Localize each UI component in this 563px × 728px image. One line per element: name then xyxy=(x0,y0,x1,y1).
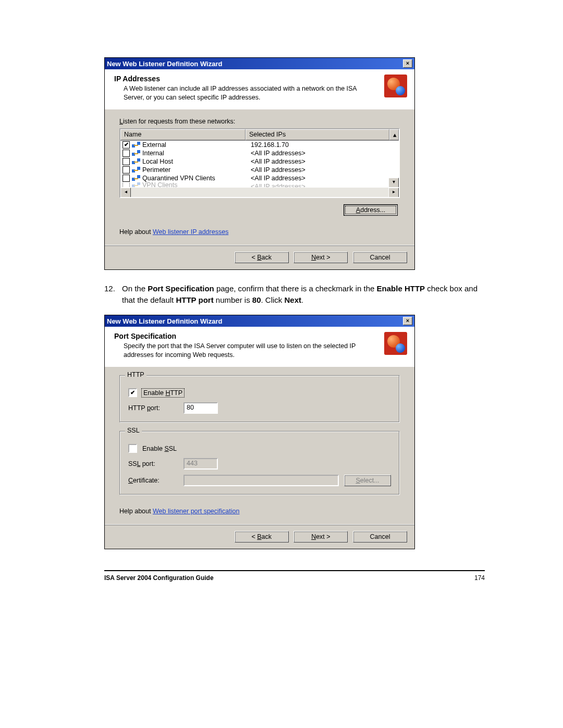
network-checkbox[interactable] xyxy=(123,158,130,165)
select-certificate-button: Select... xyxy=(344,475,391,486)
networks-listbox[interactable]: Name Selected IPs ▴ ✔External192.168.1.7… xyxy=(119,128,400,198)
address-button[interactable]: Address... xyxy=(344,204,398,216)
help-line: Help about Web listener port specificati… xyxy=(119,508,400,515)
network-name: Local Host xyxy=(142,158,173,165)
selected-ips: 192.168.1.70 xyxy=(248,141,399,149)
scroll-down-icon[interactable]: ▾ xyxy=(388,178,399,188)
titlebar[interactable]: New Web Listener Definition Wizard × xyxy=(105,58,414,69)
next-button[interactable]: Next > xyxy=(293,252,348,263)
table-row[interactable]: Quarantined VPN Clients<All IP addresses… xyxy=(120,174,399,182)
help-line: Help about Web listener IP addresses xyxy=(119,228,400,236)
next-button[interactable]: Next > xyxy=(293,531,348,542)
table-row[interactable]: ✔External192.168.1.70 xyxy=(120,141,399,149)
column-name[interactable]: Name xyxy=(120,129,246,140)
scroll-left-icon[interactable]: ◂ xyxy=(120,188,131,198)
network-icon xyxy=(132,142,140,148)
ssl-port-input: 443 xyxy=(183,458,218,470)
banner-title: IP Addresses xyxy=(114,75,379,83)
scrollbar-horizontal[interactable]: ◂ ▸ xyxy=(120,187,399,197)
step-12-instruction: 12. On the Port Specification page, conf… xyxy=(104,283,485,306)
enable-ssl-checkbox[interactable] xyxy=(128,444,137,453)
help-link[interactable]: Web listener port specification xyxy=(153,508,240,515)
network-checkbox[interactable] xyxy=(123,150,130,157)
list-header: Name Selected IPs ▴ xyxy=(120,129,399,141)
table-row[interactable]: Local Host<All IP addresses> xyxy=(120,157,399,166)
page-number: 174 xyxy=(474,574,485,582)
selected-ips: <All IP addresses> xyxy=(248,183,399,187)
certificate-input xyxy=(183,475,339,486)
wizard-icon xyxy=(384,332,407,355)
back-button[interactable]: < Back xyxy=(235,252,289,263)
http-port-input[interactable]: 80 xyxy=(183,402,218,414)
footer-title: ISA Server 2004 Configuration Guide xyxy=(104,574,214,582)
network-icon xyxy=(132,158,140,165)
banner-title: Port Specification xyxy=(114,332,379,340)
banner: IP Addresses A Web listener can include … xyxy=(105,69,414,109)
network-checkbox[interactable] xyxy=(123,175,130,182)
close-icon[interactable]: × xyxy=(403,317,412,325)
banner-description: Specify the port that the ISA Server com… xyxy=(114,342,379,360)
dialog-title: New Web Listener Definition Wizard xyxy=(107,60,222,68)
network-checkbox[interactable]: ✔ xyxy=(123,141,130,149)
enable-ssl-label: Enable SSL xyxy=(142,445,177,452)
column-selected-ips[interactable]: Selected IPs xyxy=(246,129,389,140)
scroll-up-icon[interactable]: ▴ xyxy=(389,129,399,140)
http-port-label: HTTP port: xyxy=(128,404,178,412)
scroll-right-icon[interactable]: ▸ xyxy=(388,188,399,198)
ssl-port-label: SSL port: xyxy=(128,460,178,467)
selected-ips: <All IP addresses> xyxy=(248,175,399,182)
certificate-label: Certificate: xyxy=(128,477,178,484)
close-icon[interactable]: × xyxy=(403,59,412,68)
wizard-icon xyxy=(384,75,407,97)
back-button[interactable]: < Back xyxy=(235,531,289,542)
http-legend: HTTP xyxy=(125,371,146,378)
dialog-footer: < Back Next > Cancel xyxy=(105,524,414,549)
selected-ips: <All IP addresses> xyxy=(248,166,399,174)
network-icon xyxy=(132,175,140,181)
ssl-legend: SSL xyxy=(125,427,142,434)
help-link[interactable]: Web listener IP addresses xyxy=(153,228,228,236)
banner-description: A Web listener can include all IP addres… xyxy=(114,84,379,102)
dialog-title: New Web Listener Definition Wizard xyxy=(107,317,222,325)
wizard-dialog-ip-addresses: New Web Listener Definition Wizard × IP … xyxy=(104,57,415,270)
network-checkbox[interactable] xyxy=(123,166,130,174)
selected-ips: <All IP addresses> xyxy=(248,158,399,165)
http-fieldset: HTTP ✔ Enable HTTP HTTP port: 80 xyxy=(119,375,400,423)
table-row[interactable]: Internal<All IP addresses> xyxy=(120,149,399,157)
selected-ips: <All IP addresses> xyxy=(248,150,399,157)
table-row[interactable]: Perimeter<All IP addresses> xyxy=(120,166,399,174)
network-name: Perimeter xyxy=(142,166,170,174)
networks-label: Listen for requests from these networks: xyxy=(119,118,400,125)
enable-http-label: Enable HTTP xyxy=(142,389,183,397)
network-icon xyxy=(132,150,140,156)
wizard-dialog-port-specification: New Web Listener Definition Wizard × Por… xyxy=(104,315,415,549)
page-footer: ISA Server 2004 Configuration Guide 174 xyxy=(104,570,485,582)
network-name: Quarantined VPN Clients xyxy=(142,175,215,182)
banner: Port Specification Specify the port that… xyxy=(105,327,414,367)
titlebar[interactable]: New Web Listener Definition Wizard × xyxy=(105,315,414,327)
dialog-footer: < Back Next > Cancel xyxy=(105,245,414,269)
network-name: Internal xyxy=(142,150,164,157)
cancel-button[interactable]: Cancel xyxy=(353,531,407,542)
network-icon xyxy=(132,167,140,173)
enable-http-checkbox[interactable]: ✔ xyxy=(128,388,137,397)
step-number: 12. xyxy=(104,283,122,306)
cancel-button[interactable]: Cancel xyxy=(353,252,407,263)
network-name: External xyxy=(142,141,166,149)
ssl-fieldset: SSL Enable SSL SSL port: 443 Certificate… xyxy=(119,431,400,495)
